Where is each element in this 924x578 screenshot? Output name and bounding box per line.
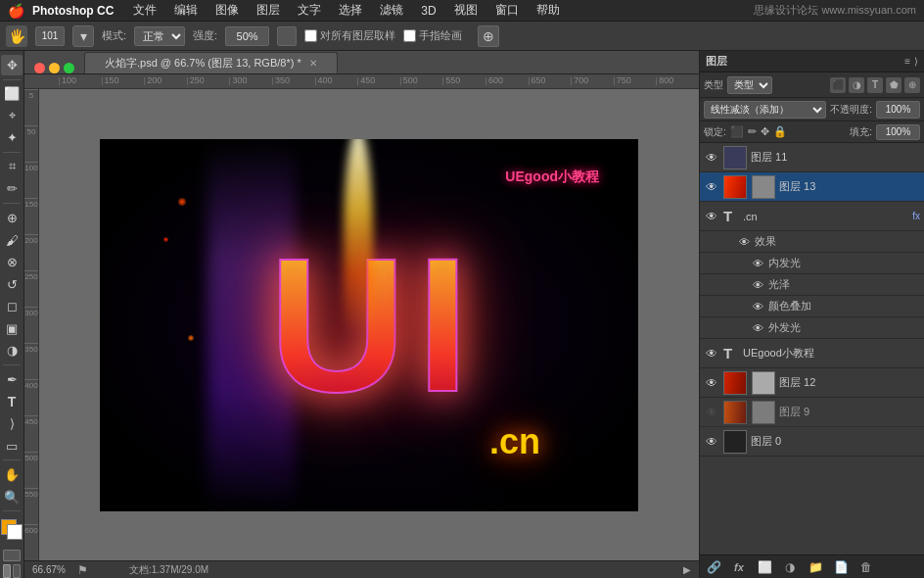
layer-item-layer9[interactable]: 👁 图层 9 bbox=[700, 398, 924, 427]
history-brush[interactable]: ↺ bbox=[1, 274, 23, 295]
strength-input[interactable] bbox=[225, 26, 269, 46]
background-color[interactable] bbox=[7, 524, 23, 540]
layer-item-layer12[interactable]: 👁 图层 12 bbox=[700, 368, 924, 398]
heal-tool[interactable]: ⊕ bbox=[1, 208, 23, 228]
inner-glow-visibility[interactable]: 👁 bbox=[751, 257, 764, 270]
fill-input[interactable] bbox=[876, 124, 920, 140]
layer-item-uegood[interactable]: 👁 T UEgood小教程 bbox=[700, 339, 924, 368]
effect-color-overlay[interactable]: 👁 颜色叠加 bbox=[700, 296, 924, 317]
magic-wand-tool[interactable]: ✦ bbox=[1, 128, 23, 149]
layer-visibility-layer11[interactable]: 👁 bbox=[704, 150, 719, 166]
layer-fx-cn[interactable]: fx bbox=[912, 211, 920, 221]
layer-delete-button[interactable]: 🗑 bbox=[856, 557, 876, 577]
layer-mask-button[interactable]: ⬜ bbox=[755, 557, 774, 577]
layer-visibility-layer12[interactable]: 👁 bbox=[704, 375, 719, 391]
brush-size-input[interactable]: 101 bbox=[35, 26, 65, 46]
layer-link-button[interactable]: 🔗 bbox=[704, 557, 723, 577]
screen-mode-icon[interactable] bbox=[3, 564, 21, 578]
effects-group-visibility[interactable]: 👁 bbox=[737, 235, 751, 249]
menu-layer[interactable]: 图层 bbox=[249, 0, 288, 21]
strength-slider[interactable] bbox=[277, 26, 297, 46]
layer-item-layer13[interactable]: 👁 图层 13 bbox=[700, 172, 924, 202]
layers-list[interactable]: 👁 图层 11 👁 图层 13 👁 T .cn fx bbox=[700, 143, 924, 554]
lasso-tool[interactable]: ⌖ bbox=[1, 106, 23, 126]
pen-tool[interactable]: ✒ bbox=[1, 369, 23, 390]
menu-edit[interactable]: 编辑 bbox=[166, 0, 206, 21]
layer-adjustment-button[interactable]: ◑ bbox=[780, 557, 800, 577]
quick-mask-icon[interactable] bbox=[3, 550, 21, 561]
spark-3 bbox=[188, 335, 194, 341]
lock-position-icon[interactable]: ✥ bbox=[761, 125, 769, 138]
layer-visibility-layer9[interactable]: 👁 bbox=[704, 405, 719, 420]
menu-filter[interactable]: 滤镜 bbox=[372, 0, 411, 21]
brush-tool[interactable]: 🖌 bbox=[1, 230, 23, 251]
outer-glow-visibility[interactable]: 👁 bbox=[751, 321, 764, 335]
panel-menu-icon[interactable]: ≡ bbox=[904, 56, 910, 67]
move-tool[interactable]: ✥ bbox=[1, 55, 23, 75]
zoom-tool[interactable]: 🔍 bbox=[1, 487, 23, 507]
sample-all-checkbox[interactable] bbox=[304, 29, 317, 42]
layer-item-layer0[interactable]: 👁 图层 0 bbox=[700, 427, 924, 457]
filter-text-icon[interactable]: T bbox=[867, 77, 883, 93]
layer-fx-button[interactable]: fx bbox=[729, 557, 749, 577]
effects-group-header[interactable]: 👁 效果 bbox=[700, 231, 924, 253]
crop-tool[interactable]: ⌗ bbox=[1, 157, 23, 177]
effect-inner-glow[interactable]: 👁 内发光 bbox=[700, 253, 924, 274]
effect-gloss[interactable]: 👁 光泽 bbox=[700, 274, 924, 296]
menu-help[interactable]: 帮助 bbox=[529, 0, 568, 21]
tool-icon[interactable]: 🖐 bbox=[6, 25, 27, 47]
layer-item-layer11[interactable]: 👁 图层 11 bbox=[700, 143, 924, 172]
dodge-tool[interactable]: ◑ bbox=[1, 341, 23, 361]
ruler-numbers: 100 150 200 250 300 350 400 450 500 550 … bbox=[59, 77, 699, 85]
eyedropper-tool[interactable]: ✏ bbox=[1, 179, 23, 200]
panel-collapse-icon[interactable]: ⟩ bbox=[914, 56, 918, 67]
maximize-button[interactable] bbox=[64, 63, 74, 73]
lock-transparency-icon[interactable]: ⬛ bbox=[730, 125, 744, 138]
menu-view[interactable]: 视图 bbox=[446, 0, 485, 21]
layer-group-button[interactable]: 📁 bbox=[806, 557, 825, 577]
opacity-input[interactable] bbox=[876, 101, 920, 119]
layer-visibility-uegood[interactable]: 👁 bbox=[704, 346, 719, 361]
blend-mode-select[interactable]: 线性减淡（添加） bbox=[704, 101, 826, 119]
finger-painting-checkbox[interactable] bbox=[403, 29, 416, 42]
minimize-button[interactable] bbox=[49, 63, 60, 73]
layer-name-layer12: 图层 12 bbox=[779, 375, 920, 390]
mode-select[interactable]: 正常 bbox=[134, 26, 185, 46]
hand-tool[interactable]: ✋ bbox=[1, 464, 23, 485]
menu-select[interactable]: 选择 bbox=[331, 0, 370, 21]
filter-smart-icon[interactable]: ⊕ bbox=[904, 77, 920, 93]
layer-visibility-layer13[interactable]: 👁 bbox=[704, 179, 719, 195]
airbrush-icon[interactable]: ⊕ bbox=[478, 25, 499, 47]
filter-pixel-icon[interactable]: ⬛ bbox=[830, 77, 846, 93]
filter-shape-icon[interactable]: ⬟ bbox=[886, 77, 901, 93]
layer-visibility-layer0[interactable]: 👁 bbox=[704, 434, 719, 450]
lock-all-icon[interactable]: 🔒 bbox=[773, 125, 787, 138]
lock-brush-icon[interactable]: ✏ bbox=[748, 125, 757, 138]
filter-adjustment-icon[interactable]: ◑ bbox=[849, 77, 864, 93]
shape-tool[interactable]: ▭ bbox=[1, 436, 23, 457]
marquee-tool[interactable]: ⬜ bbox=[1, 84, 23, 105]
close-button[interactable] bbox=[34, 63, 45, 73]
scroll-right-icon[interactable]: ▶ bbox=[683, 564, 691, 575]
menu-text[interactable]: 文字 bbox=[290, 0, 329, 21]
effect-outer-glow[interactable]: 👁 外发光 bbox=[700, 317, 924, 339]
canvas-container[interactable]: U U I I bbox=[39, 89, 699, 560]
gloss-visibility[interactable]: 👁 bbox=[751, 278, 764, 292]
brush-picker-icon[interactable]: ▾ bbox=[72, 25, 94, 47]
path-select-tool[interactable]: ⟩ bbox=[1, 413, 23, 434]
menu-3d[interactable]: 3D bbox=[413, 2, 443, 20]
layer-item-cn[interactable]: 👁 T .cn fx bbox=[700, 202, 924, 231]
menu-window[interactable]: 窗口 bbox=[487, 0, 527, 21]
color-overlay-visibility[interactable]: 👁 bbox=[751, 300, 764, 313]
eraser-tool[interactable]: ◻ bbox=[1, 296, 23, 316]
document-tab[interactable]: 火焰字.psd @ 66.7% (图层 13, RGB/8*) * ✕ bbox=[84, 52, 338, 73]
filter-type-select[interactable]: 类型 bbox=[727, 76, 772, 94]
layer-visibility-cn[interactable]: 👁 bbox=[704, 209, 719, 224]
menu-image[interactable]: 图像 bbox=[208, 0, 247, 21]
layer-new-button[interactable]: 📄 bbox=[831, 557, 851, 577]
menu-file[interactable]: 文件 bbox=[125, 0, 164, 21]
gradient-tool[interactable]: ▣ bbox=[1, 318, 23, 339]
text-tool[interactable]: T bbox=[1, 392, 23, 412]
clone-tool[interactable]: ⊗ bbox=[1, 252, 23, 272]
tab-close-icon[interactable]: ✕ bbox=[309, 58, 317, 69]
